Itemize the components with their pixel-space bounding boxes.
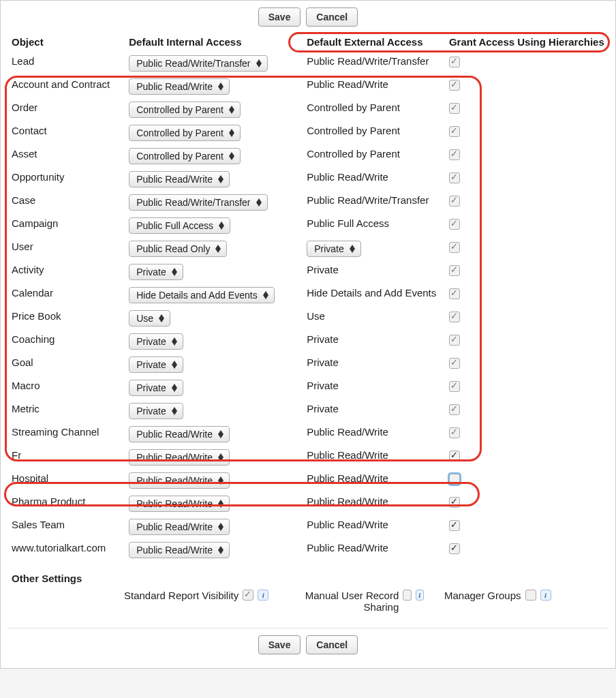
internal-access-select[interactable]: Public Read/Write	[129, 496, 230, 512]
save-button-top[interactable]: Save	[258, 7, 301, 27]
external-access-value: Public Read/Write	[307, 472, 388, 484]
grant-access-hierarchy-checkbox[interactable]	[449, 358, 460, 369]
internal-access-select[interactable]: Public Read/Write	[129, 78, 230, 95]
table-row: Price BookUseUse	[7, 307, 609, 330]
table-row: GoalPrivatePrivate	[7, 353, 609, 376]
bottom-button-row: Save Cancel	[7, 631, 609, 661]
select-value: Public Read/Write	[136, 521, 213, 532]
grant-access-hierarchy-checkbox[interactable]	[449, 242, 460, 253]
external-access-cell: Public Read/Write	[303, 492, 445, 515]
object-label: Asset	[7, 145, 125, 168]
internal-access-select[interactable]: Public Read/Write	[129, 449, 230, 466]
grant-access-hierarchy-checkbox[interactable]	[449, 265, 460, 276]
grant-access-hierarchy-checkbox[interactable]	[449, 149, 460, 160]
internal-access-select[interactable]: Controlled by Parent	[129, 125, 241, 141]
standard-report-visibility-checkbox[interactable]	[243, 590, 253, 601]
select-value: Use	[136, 313, 153, 324]
internal-access-select[interactable]: Private	[129, 380, 183, 396]
grant-access-hierarchy-checkbox[interactable]	[449, 381, 460, 392]
internal-access-select[interactable]: Controlled by Parent	[129, 148, 241, 164]
grant-access-hierarchy-checkbox[interactable]	[449, 474, 460, 485]
external-access-cell: Private	[303, 353, 445, 376]
svg-marker-29	[172, 365, 177, 369]
info-icon[interactable]: i	[258, 590, 268, 601]
grant-access-hierarchy-checkbox[interactable]	[449, 219, 460, 230]
cancel-button-bottom[interactable]: Cancel	[306, 635, 358, 654]
external-access-value: Private	[307, 403, 339, 414]
external-access-value: Public Read/Write	[307, 426, 388, 438]
table-row: OrderControlled by ParentControlled by P…	[7, 98, 609, 121]
external-access-value: Private	[307, 333, 339, 345]
internal-access-select[interactable]: Public Read/Write	[129, 542, 230, 558]
svg-marker-41	[218, 504, 224, 508]
internal-access-select[interactable]: Public Read/Write/Transfer	[129, 194, 267, 211]
standard-report-visibility-label: Standard Report Visibility	[124, 590, 238, 601]
cancel-button-top[interactable]: Cancel	[306, 7, 358, 27]
info-icon[interactable]: i	[540, 590, 551, 601]
hierarchy-cell	[445, 214, 609, 237]
internal-access-select[interactable]: Private	[129, 264, 183, 280]
grant-access-hierarchy-checkbox[interactable]	[449, 57, 460, 67]
select-value: Private	[136, 336, 166, 347]
manual-user-record-sharing-checkbox[interactable]	[403, 590, 411, 601]
object-label: Sales Team	[7, 515, 125, 538]
grant-access-hierarchy-checkbox[interactable]	[449, 126, 460, 137]
select-value: Private	[314, 243, 344, 254]
hierarchy-cell	[445, 330, 609, 353]
internal-access-cell: Public Read/Write/Transfer	[125, 52, 303, 75]
save-button-bottom[interactable]: Save	[258, 635, 301, 654]
internal-access-select[interactable]: Public Read/Write	[129, 472, 230, 489]
grant-access-hierarchy-checkbox[interactable]	[449, 404, 460, 415]
grant-access-hierarchy-checkbox[interactable]	[449, 543, 460, 554]
table-row: MacroPrivatePrivate	[7, 376, 609, 399]
svg-marker-21	[172, 272, 177, 276]
external-access-cell: Hide Details and Add Events	[303, 284, 445, 307]
internal-access-select[interactable]: Private	[129, 403, 183, 419]
select-value: Public Read Only	[136, 243, 210, 254]
object-label: Coaching	[7, 330, 125, 353]
internal-access-select[interactable]: Public Full Access	[129, 217, 230, 234]
external-access-cell: Public Full Access	[303, 214, 445, 237]
external-access-value: Private	[307, 356, 339, 368]
table-row: Pharma ProductPublic Read/WritePublic Re…	[7, 492, 609, 515]
external-access-value: Public Full Access	[307, 217, 389, 229]
grant-access-hierarchy-checkbox[interactable]	[449, 172, 460, 183]
grant-access-hierarchy-checkbox[interactable]	[449, 520, 460, 531]
internal-access-select[interactable]: Private	[129, 333, 183, 350]
table-row: MetricPrivatePrivate	[7, 399, 609, 423]
internal-access-select[interactable]: Hide Details and Add Events	[129, 287, 274, 303]
grant-access-hierarchy-checkbox[interactable]	[449, 196, 460, 207]
external-access-cell: Public Read/Write	[303, 469, 445, 492]
grant-access-hierarchy-checkbox[interactable]	[449, 312, 460, 322]
select-value: Public Read/Write	[136, 81, 213, 92]
external-access-cell: Public Read/Write/Transfer	[303, 191, 445, 214]
other-settings-heading: Other Settings	[7, 562, 609, 588]
internal-access-select[interactable]: Public Read/Write	[129, 426, 230, 442]
external-access-cell: Public Read/Write	[303, 515, 445, 538]
grant-access-hierarchy-checkbox[interactable]	[449, 427, 460, 438]
grant-access-hierarchy-checkbox[interactable]	[449, 451, 460, 461]
grant-access-hierarchy-checkbox[interactable]	[449, 335, 460, 346]
internal-access-select[interactable]: Public Read/Write/Transfer	[129, 55, 267, 72]
internal-access-select[interactable]: Private	[129, 356, 183, 373]
internal-access-select[interactable]: Public Read/Write	[129, 171, 230, 187]
internal-access-select[interactable]: Public Read Only	[129, 241, 227, 257]
table-row: CalendarHide Details and Add EventsHide …	[7, 284, 609, 307]
internal-access-select[interactable]: Controlled by Parent	[129, 102, 241, 118]
internal-access-cell: Public Read Only	[125, 237, 303, 260]
grant-access-hierarchy-checkbox[interactable]	[449, 288, 460, 299]
select-value: Private	[136, 359, 166, 370]
internal-access-cell: Public Read/Write	[125, 515, 303, 538]
internal-access-cell: Public Read/Write	[125, 446, 303, 469]
grant-access-hierarchy-checkbox[interactable]	[449, 80, 460, 91]
table-row: ActivityPrivatePrivate	[7, 260, 609, 284]
internal-access-select[interactable]: Public Read/Write	[129, 519, 230, 535]
manager-groups-checkbox[interactable]	[525, 590, 536, 601]
internal-access-select[interactable]: Use	[129, 310, 170, 327]
grant-access-hierarchy-checkbox[interactable]	[449, 497, 460, 508]
hierarchy-cell	[445, 145, 609, 168]
grant-access-hierarchy-checkbox[interactable]	[449, 103, 460, 114]
table-row: Streaming ChannelPublic Read/WritePublic…	[7, 423, 609, 446]
info-icon[interactable]: i	[416, 590, 424, 601]
external-access-select[interactable]: Private	[307, 241, 361, 257]
